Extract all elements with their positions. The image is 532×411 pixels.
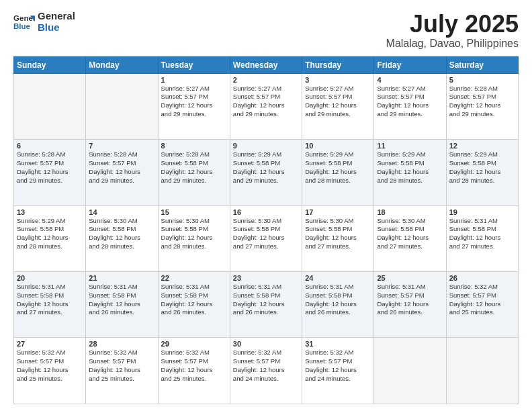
table-row: 24Sunrise: 5:31 AMSunset: 5:58 PMDayligh… — [302, 272, 374, 338]
table-row: 23Sunrise: 5:31 AMSunset: 5:58 PMDayligh… — [230, 272, 302, 338]
table-row: 31Sunrise: 5:32 AMSunset: 5:57 PMDayligh… — [302, 338, 374, 404]
table-row: 12Sunrise: 5:29 AMSunset: 5:58 PMDayligh… — [446, 140, 518, 205]
table-row: 22Sunrise: 5:31 AMSunset: 5:58 PMDayligh… — [158, 272, 230, 338]
calendar-title: July 2025 — [386, 11, 519, 38]
day-number: 23 — [233, 274, 299, 282]
calendar-subtitle: Malalag, Davao, Philippines — [386, 38, 519, 50]
table-row — [14, 73, 86, 139]
day-number: 29 — [161, 340, 227, 348]
day-info: Sunrise: 5:32 AMSunset: 5:57 PMDaylight:… — [17, 349, 83, 383]
day-header-friday: Friday — [374, 56, 446, 73]
day-number: 2 — [233, 76, 299, 84]
day-number: 12 — [449, 142, 515, 150]
table-row: 16Sunrise: 5:30 AMSunset: 5:58 PMDayligh… — [230, 205, 302, 271]
table-row: 4Sunrise: 5:27 AMSunset: 5:57 PMDaylight… — [374, 73, 446, 139]
table-row: 10Sunrise: 5:29 AMSunset: 5:58 PMDayligh… — [302, 140, 374, 205]
day-number: 11 — [377, 142, 443, 150]
table-row: 25Sunrise: 5:31 AMSunset: 5:57 PMDayligh… — [374, 272, 446, 338]
day-number: 18 — [377, 208, 443, 216]
day-number: 30 — [233, 340, 299, 348]
logo-general: General — [38, 11, 75, 22]
table-row: 19Sunrise: 5:31 AMSunset: 5:58 PMDayligh… — [446, 205, 518, 271]
table-row: 17Sunrise: 5:30 AMSunset: 5:58 PMDayligh… — [302, 205, 374, 271]
table-row: 9Sunrise: 5:29 AMSunset: 5:58 PMDaylight… — [230, 140, 302, 205]
day-info: Sunrise: 5:27 AMSunset: 5:57 PMDaylight:… — [377, 85, 443, 119]
table-row: 26Sunrise: 5:32 AMSunset: 5:57 PMDayligh… — [446, 272, 518, 338]
table-row: 1Sunrise: 5:27 AMSunset: 5:57 PMDaylight… — [158, 73, 230, 139]
table-row: 8Sunrise: 5:28 AMSunset: 5:58 PMDaylight… — [158, 140, 230, 205]
day-info: Sunrise: 5:28 AMSunset: 5:57 PMDaylight:… — [449, 85, 515, 119]
day-number: 31 — [305, 340, 371, 348]
day-info: Sunrise: 5:31 AMSunset: 5:58 PMDaylight:… — [17, 283, 83, 317]
table-row: 14Sunrise: 5:30 AMSunset: 5:58 PMDayligh… — [86, 205, 158, 271]
day-header-saturday: Saturday — [446, 56, 518, 73]
table-row — [86, 73, 158, 139]
day-info: Sunrise: 5:29 AMSunset: 5:58 PMDaylight:… — [17, 217, 83, 251]
table-row: 15Sunrise: 5:30 AMSunset: 5:58 PMDayligh… — [158, 205, 230, 271]
day-header-monday: Monday — [86, 56, 158, 73]
day-number: 4 — [377, 76, 443, 84]
table-row: 3Sunrise: 5:27 AMSunset: 5:57 PMDaylight… — [302, 73, 374, 139]
day-header-sunday: Sunday — [14, 56, 86, 73]
logo: General Blue General Blue — [13, 11, 75, 33]
day-info: Sunrise: 5:32 AMSunset: 5:57 PMDaylight:… — [233, 349, 299, 383]
day-number: 17 — [305, 208, 371, 216]
day-info: Sunrise: 5:30 AMSunset: 5:58 PMDaylight:… — [89, 217, 154, 251]
day-info: Sunrise: 5:31 AMSunset: 5:58 PMDaylight:… — [305, 283, 371, 317]
day-header-thursday: Thursday — [302, 56, 374, 73]
table-row: 29Sunrise: 5:32 AMSunset: 5:57 PMDayligh… — [158, 338, 230, 404]
table-row: 30Sunrise: 5:32 AMSunset: 5:57 PMDayligh… — [230, 338, 302, 404]
day-info: Sunrise: 5:31 AMSunset: 5:57 PMDaylight:… — [377, 283, 443, 317]
page: General Blue General Blue July 2025 Mala… — [0, 0, 532, 411]
table-row: 11Sunrise: 5:29 AMSunset: 5:58 PMDayligh… — [374, 140, 446, 205]
day-number: 21 — [89, 274, 154, 282]
day-info: Sunrise: 5:31 AMSunset: 5:58 PMDaylight:… — [233, 283, 299, 317]
day-info: Sunrise: 5:32 AMSunset: 5:57 PMDaylight:… — [449, 283, 515, 317]
table-row: 7Sunrise: 5:28 AMSunset: 5:57 PMDaylight… — [86, 140, 158, 205]
day-number: 25 — [377, 274, 443, 282]
day-info: Sunrise: 5:27 AMSunset: 5:57 PMDaylight:… — [233, 85, 299, 119]
table-row: 18Sunrise: 5:30 AMSunset: 5:58 PMDayligh… — [374, 205, 446, 271]
day-header-tuesday: Tuesday — [158, 56, 230, 73]
day-number: 1 — [161, 76, 227, 84]
day-number: 7 — [89, 142, 154, 150]
day-info: Sunrise: 5:30 AMSunset: 5:58 PMDaylight:… — [233, 217, 299, 251]
table-row: 2Sunrise: 5:27 AMSunset: 5:57 PMDaylight… — [230, 73, 302, 139]
day-number: 3 — [305, 76, 371, 84]
logo-blue: Blue — [38, 22, 75, 34]
svg-text:Blue: Blue — [13, 21, 31, 30]
day-header-wednesday: Wednesday — [230, 56, 302, 73]
day-info: Sunrise: 5:28 AMSunset: 5:57 PMDaylight:… — [89, 150, 154, 185]
day-number: 24 — [305, 274, 371, 282]
day-number: 16 — [233, 208, 299, 216]
table-row — [446, 338, 518, 404]
day-number: 8 — [161, 142, 227, 150]
day-number: 14 — [89, 208, 154, 216]
table-row: 13Sunrise: 5:29 AMSunset: 5:58 PMDayligh… — [14, 205, 86, 271]
day-info: Sunrise: 5:32 AMSunset: 5:57 PMDaylight:… — [89, 349, 154, 383]
day-info: Sunrise: 5:30 AMSunset: 5:58 PMDaylight:… — [161, 217, 227, 251]
day-info: Sunrise: 5:29 AMSunset: 5:58 PMDaylight:… — [449, 150, 515, 185]
day-info: Sunrise: 5:29 AMSunset: 5:58 PMDaylight:… — [233, 150, 299, 185]
day-info: Sunrise: 5:27 AMSunset: 5:57 PMDaylight:… — [161, 85, 227, 119]
day-info: Sunrise: 5:29 AMSunset: 5:58 PMDaylight:… — [377, 150, 443, 185]
day-number: 10 — [305, 142, 371, 150]
table-row: 27Sunrise: 5:32 AMSunset: 5:57 PMDayligh… — [14, 338, 86, 404]
day-info: Sunrise: 5:31 AMSunset: 5:58 PMDaylight:… — [161, 283, 227, 317]
day-info: Sunrise: 5:27 AMSunset: 5:57 PMDaylight:… — [305, 85, 371, 119]
day-number: 19 — [449, 208, 515, 216]
header: General Blue General Blue July 2025 Mala… — [13, 11, 519, 50]
title-block: July 2025 Malalag, Davao, Philippines — [386, 11, 519, 50]
day-info: Sunrise: 5:29 AMSunset: 5:58 PMDaylight:… — [305, 150, 371, 185]
day-info: Sunrise: 5:31 AMSunset: 5:58 PMDaylight:… — [89, 283, 154, 317]
day-number: 15 — [161, 208, 227, 216]
day-info: Sunrise: 5:32 AMSunset: 5:57 PMDaylight:… — [305, 349, 371, 383]
table-row: 28Sunrise: 5:32 AMSunset: 5:57 PMDayligh… — [86, 338, 158, 404]
day-number: 26 — [449, 274, 515, 282]
svg-text:General: General — [13, 14, 35, 22]
day-number: 5 — [449, 76, 515, 84]
table-row: 5Sunrise: 5:28 AMSunset: 5:57 PMDaylight… — [446, 73, 518, 139]
day-number: 13 — [17, 208, 83, 216]
day-number: 22 — [161, 274, 227, 282]
day-info: Sunrise: 5:32 AMSunset: 5:57 PMDaylight:… — [161, 349, 227, 383]
